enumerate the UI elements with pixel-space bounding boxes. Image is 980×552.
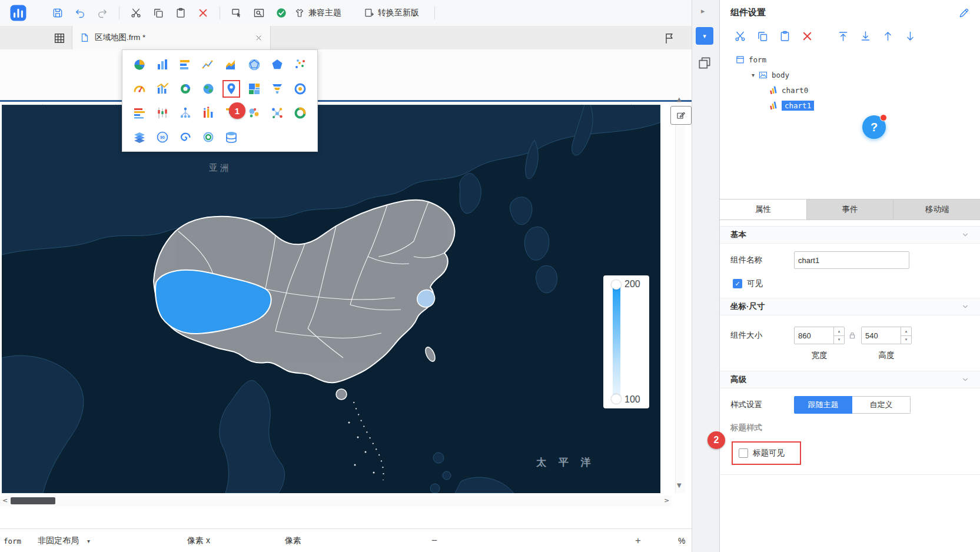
section-coordinates-size[interactable]: 坐标·尺寸 bbox=[720, 298, 980, 315]
stack-chart-icon-cell[interactable] bbox=[222, 128, 240, 146]
gauge-chart-icon-cell[interactable] bbox=[131, 80, 148, 98]
donut-chart-icon-cell[interactable] bbox=[177, 80, 194, 98]
zoom-in-button[interactable]: + bbox=[635, 529, 641, 552]
tab-region-map[interactable]: 区域地图.frm * bbox=[72, 26, 271, 49]
multi-bar-chart-icon-cell[interactable] bbox=[131, 104, 148, 122]
panel-expand-icon[interactable]: ▸ bbox=[701, 6, 705, 15]
lock-ratio-icon[interactable] bbox=[848, 331, 857, 340]
vertical-scrollbar[interactable] bbox=[675, 105, 685, 493]
move-up-icon[interactable] bbox=[882, 30, 894, 42]
map-gradient-legend: 200 100 bbox=[603, 275, 649, 408]
horizontal-scroll-thumb[interactable] bbox=[11, 497, 55, 504]
cut-icon[interactable] bbox=[130, 7, 142, 19]
region-map-icon-cell[interactable] bbox=[222, 80, 240, 98]
horizontal-scrollbar[interactable] bbox=[0, 496, 672, 506]
tree-node-body[interactable]: ▾body bbox=[720, 67, 980, 82]
convert-new-version-button[interactable]: 转换至新版 bbox=[364, 0, 419, 26]
dataset-grid-icon[interactable] bbox=[53, 32, 66, 45]
spiral-chart-icon bbox=[178, 130, 192, 144]
tree-node-form[interactable]: form bbox=[720, 52, 980, 67]
ring-chart-icon-cell[interactable] bbox=[291, 104, 309, 122]
tree-node-chart0[interactable]: chart0 bbox=[720, 82, 980, 98]
select-tool-icon[interactable] bbox=[231, 7, 242, 19]
close-icon[interactable] bbox=[254, 34, 263, 42]
stock-chart-icon-cell[interactable] bbox=[154, 104, 171, 122]
visible-checkbox[interactable]: ✓ bbox=[733, 279, 742, 288]
design-canvas-map-chart[interactable]: 亚洲 太 平 洋 200 100 bbox=[2, 105, 660, 493]
scroll-right-icon[interactable]: > bbox=[664, 497, 669, 504]
move-down-icon[interactable] bbox=[904, 30, 916, 42]
app-logo-icon[interactable] bbox=[7, 3, 29, 23]
component-name-row: 组件名称 bbox=[720, 250, 980, 271]
radar-chart-icon-cell[interactable] bbox=[245, 56, 263, 74]
spiral-chart-icon-cell[interactable] bbox=[177, 128, 194, 146]
section-basic[interactable]: 基本 bbox=[720, 226, 980, 244]
tree-node-chart1[interactable]: chart1 bbox=[720, 98, 980, 113]
treemap-chart-icon-cell[interactable] bbox=[245, 80, 263, 98]
copy-icon[interactable] bbox=[152, 7, 164, 19]
pie-chart-icon-cell[interactable] bbox=[131, 56, 148, 74]
paste-icon[interactable] bbox=[779, 30, 791, 42]
component-name-label: 组件名称 bbox=[730, 255, 762, 265]
layout-mode-dropdown[interactable]: 非固定布局 ▾ bbox=[38, 529, 90, 552]
funnel-chart-icon-cell[interactable] bbox=[268, 80, 286, 98]
compat-theme-button[interactable]: 兼容主题 bbox=[294, 0, 341, 26]
save-icon[interactable] bbox=[52, 7, 64, 19]
zoom-out-button[interactable]: − bbox=[431, 529, 437, 552]
copy-icon[interactable] bbox=[756, 30, 769, 42]
component-library-icon[interactable] bbox=[697, 55, 712, 71]
panel-collapse-button[interactable]: ▾ bbox=[696, 27, 713, 45]
search-tool-icon[interactable] bbox=[253, 7, 265, 19]
paste-icon[interactable] bbox=[175, 7, 187, 19]
pencil-icon[interactable] bbox=[958, 7, 970, 19]
style-settings-row: 样式设置 跟随主题 自定义 bbox=[720, 394, 980, 415]
check-circle-icon[interactable] bbox=[275, 7, 287, 19]
height-spinner[interactable]: 540 ▴▾ bbox=[861, 327, 912, 344]
area-chart-icon-cell[interactable] bbox=[222, 56, 240, 74]
flag-icon[interactable] bbox=[663, 32, 676, 45]
relation-chart-icon-cell[interactable] bbox=[268, 104, 286, 122]
align-top-icon[interactable] bbox=[837, 30, 849, 42]
width-spinner[interactable]: 860 ▴▾ bbox=[794, 327, 845, 344]
scroll-up-icon[interactable]: ▲ bbox=[677, 97, 682, 102]
panel-tab-事件[interactable]: 事件 bbox=[807, 199, 894, 220]
tree-collapse-caret-icon[interactable]: ▾ bbox=[752, 72, 755, 78]
redo-icon[interactable] bbox=[97, 7, 108, 19]
edit-canvas-button[interactable] bbox=[670, 106, 692, 125]
world-map-icon-cell[interactable] bbox=[200, 80, 217, 98]
treemap-chart-icon bbox=[247, 82, 261, 96]
dial-chart-icon-cell[interactable] bbox=[291, 80, 309, 98]
component-name-input[interactable] bbox=[794, 251, 909, 269]
polygon-chart-icon-cell[interactable] bbox=[268, 56, 286, 74]
delete-icon[interactable] bbox=[197, 7, 209, 19]
style-custom-button[interactable]: 自定义 bbox=[852, 396, 911, 414]
section-advanced[interactable]: 高级 bbox=[720, 371, 980, 388]
top-toolbar: 兼容主题 转换至新版 bbox=[0, 0, 692, 26]
bubble-chart-icon-cell[interactable] bbox=[245, 104, 263, 122]
pie-chart-icon bbox=[132, 58, 147, 72]
title-style-label: 标题样式 bbox=[730, 423, 762, 433]
scroll-down-icon[interactable]: ▼ bbox=[677, 483, 682, 488]
column-chart-icon-cell[interactable] bbox=[154, 56, 171, 74]
height-stepper[interactable]: ▴▾ bbox=[901, 327, 911, 344]
column-dot-chart-icon-cell[interactable] bbox=[200, 104, 217, 122]
width-stepper[interactable]: ▴▾ bbox=[833, 327, 844, 344]
scatter-chart-icon-cell[interactable] bbox=[291, 56, 309, 74]
align-bottom-icon[interactable] bbox=[859, 30, 872, 42]
layer-chart-icon-cell[interactable] bbox=[131, 128, 148, 146]
style-follow-theme-button[interactable]: 跟随主题 bbox=[794, 396, 852, 414]
cut-icon[interactable] bbox=[734, 30, 746, 42]
title-visible-checkbox[interactable] bbox=[739, 448, 748, 458]
height-label: 高度 bbox=[861, 350, 912, 361]
undo-icon[interactable] bbox=[74, 7, 86, 19]
scroll-left-icon[interactable]: < bbox=[2, 497, 8, 504]
panel-tab-属性[interactable]: 属性 bbox=[720, 199, 807, 220]
multi-ring-chart-icon-cell[interactable] bbox=[200, 128, 217, 146]
meter-chart-icon-cell[interactable]: 90 bbox=[154, 128, 171, 146]
line-chart-icon-cell[interactable] bbox=[200, 56, 217, 74]
combo-chart-icon-cell[interactable] bbox=[154, 80, 171, 98]
delete-icon[interactable] bbox=[801, 30, 813, 42]
panel-tab-移动端[interactable]: 移动端 bbox=[893, 199, 980, 220]
bar-chart-icon-cell[interactable] bbox=[177, 56, 194, 74]
tree-chart-icon-cell[interactable] bbox=[177, 104, 194, 122]
